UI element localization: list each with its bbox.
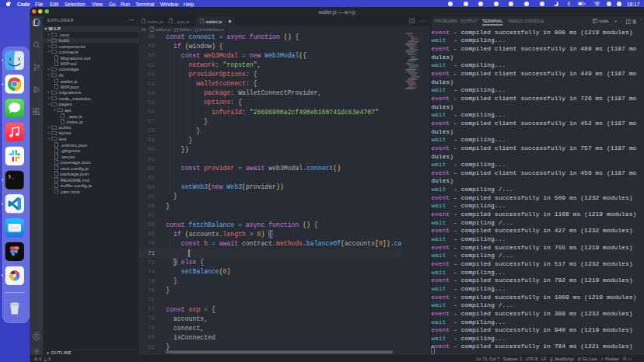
svg-text:❯_: ❯_ <box>9 173 15 179</box>
